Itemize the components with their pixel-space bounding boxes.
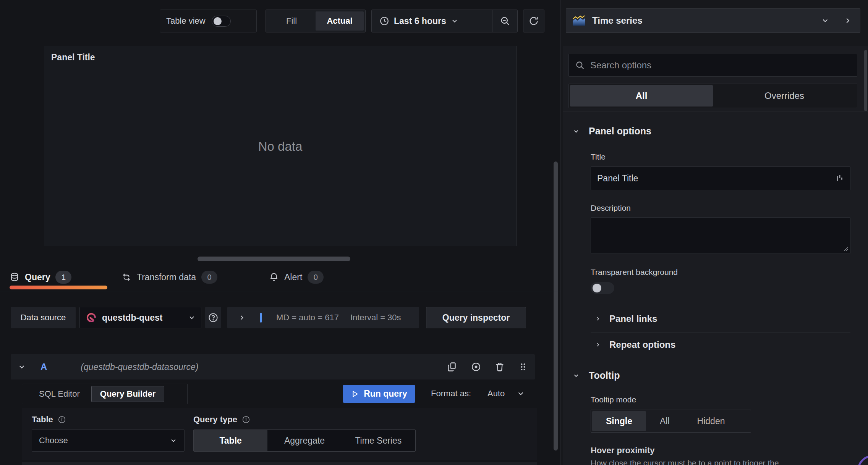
- vertical-scrollbar[interactable]: [554, 161, 558, 450]
- time-series-viz-icon: [572, 15, 586, 27]
- query-options-bar[interactable]: MD = auto = 617 Interval = 30s: [227, 307, 419, 328]
- tooltip-mode-hidden[interactable]: Hidden: [683, 411, 739, 431]
- query-type-aggregate[interactable]: Aggregate: [267, 430, 341, 451]
- filter-overrides-tab[interactable]: Overrides: [713, 85, 856, 107]
- table-view-label: Table view: [166, 16, 206, 26]
- info-circle-icon: [242, 415, 250, 424]
- tab-alert-label: Alert: [284, 272, 302, 283]
- tab-alert[interactable]: Alert 0: [269, 265, 324, 289]
- zoom-out-time-button[interactable]: [492, 10, 517, 32]
- bell-icon: [269, 272, 279, 282]
- search-options-box: [568, 54, 857, 77]
- clock-icon: [379, 16, 389, 26]
- search-icon: [575, 60, 585, 70]
- hide-query-icon[interactable]: [471, 362, 481, 372]
- datasource-label: Data source: [11, 307, 76, 328]
- resize-handle-icon[interactable]: [842, 246, 849, 252]
- chevron-down-icon: [18, 363, 26, 371]
- collapse-options-pane-button[interactable]: [835, 9, 860, 32]
- table-select-value: Choose: [39, 436, 170, 446]
- run-query-button[interactable]: Run query: [343, 385, 415, 403]
- time-range-button[interactable]: Last 6 hours: [372, 10, 492, 32]
- chevron-down-icon: [451, 17, 458, 25]
- query-builder-form: Table Query type Choose Table Aggregate …: [22, 408, 537, 460]
- chevron-right-icon: [595, 342, 601, 348]
- toggle-knob: [214, 17, 222, 25]
- datasource-name: questdb-quest: [102, 313, 183, 323]
- format-as-value[interactable]: Auto: [487, 389, 505, 399]
- chevron-down-icon: [821, 16, 829, 25]
- chevron-right-icon: [595, 316, 601, 322]
- question-circle-icon: [208, 312, 219, 323]
- repeat-options-section-header[interactable]: Repeat options: [595, 339, 675, 350]
- tooltip-mode-single[interactable]: Single: [592, 411, 646, 431]
- query-type-table[interactable]: Table: [194, 430, 267, 451]
- visualization-picker-button[interactable]: Time series: [566, 9, 835, 32]
- tab-transform-data[interactable]: Transform data 0: [121, 265, 217, 289]
- panel-links-section-header[interactable]: Panel links: [595, 313, 657, 324]
- info-circle-icon: [58, 415, 66, 424]
- drag-handle-icon[interactable]: [518, 362, 528, 372]
- query-ref-id: A: [40, 362, 47, 372]
- chevron-down-icon: [573, 128, 580, 135]
- panel-preview: Panel Title No data: [44, 46, 517, 246]
- description-field-label: Description: [591, 203, 631, 213]
- query-inspector-button[interactable]: Query inspector: [426, 307, 526, 328]
- toggle-knob: [593, 284, 601, 292]
- panel-links-label: Panel links: [609, 313, 657, 324]
- options-pane-scrollbar[interactable]: [864, 50, 867, 111]
- tab-transform-badge: 0: [201, 271, 217, 284]
- visualization-picker: Time series: [566, 8, 860, 33]
- tab-query-label: Query: [25, 272, 50, 283]
- database-icon: [10, 272, 19, 282]
- divider: [563, 361, 868, 361]
- panel-title-input[interactable]: [597, 173, 832, 184]
- visualization-name: Time series: [592, 15, 815, 26]
- table-view-toggle[interactable]: [212, 16, 231, 27]
- datasource-help-button[interactable]: [205, 307, 221, 328]
- query-builder-option[interactable]: Query Builder: [91, 386, 164, 402]
- horizontal-scrollbar[interactable]: [198, 257, 350, 261]
- tab-alert-badge: 0: [308, 271, 324, 284]
- options-pane: All Overrides Panel options Title Descri…: [563, 47, 868, 465]
- panel-editor-screen: Table view Fill Actual Last 6 hours Pane: [0, 0, 868, 465]
- filter-all-tab[interactable]: All: [570, 85, 713, 107]
- table-select[interactable]: Choose: [32, 429, 185, 452]
- chevron-down-icon: [573, 372, 580, 379]
- query-row-header[interactable]: A (questdb-questdb-datasource): [11, 354, 535, 379]
- actual-option[interactable]: Actual: [316, 11, 364, 31]
- questdb-logo-icon: [85, 312, 97, 324]
- datasource-picker[interactable]: questdb-quest: [79, 307, 201, 328]
- run-query-label: Run query: [364, 389, 407, 399]
- query-type-time-series[interactable]: Time Series: [342, 430, 415, 451]
- active-tab-underline: [10, 286, 107, 289]
- divider: [563, 111, 868, 111]
- divider: [591, 306, 850, 306]
- interval-text: Interval = 30s: [350, 313, 401, 323]
- tooltip-mode-label: Tooltip mode: [591, 395, 636, 404]
- chevron-down-icon: [170, 437, 177, 444]
- title-field-label: Title: [591, 152, 606, 161]
- panel-description-textarea[interactable]: [591, 217, 850, 254]
- transparent-background-toggle[interactable]: [591, 282, 614, 294]
- time-range-picker: Last 6 hours: [371, 10, 518, 32]
- duplicate-query-icon[interactable]: [447, 362, 458, 372]
- tooltip-mode-all[interactable]: All: [646, 411, 683, 431]
- delete-query-icon[interactable]: [494, 362, 505, 372]
- tooltip-section-header[interactable]: Tooltip: [573, 370, 620, 381]
- options-sidebar: Time series All Overrides: [560, 0, 868, 465]
- chevron-right-icon: [844, 16, 852, 25]
- sql-editor-option[interactable]: SQL Editor: [39, 389, 80, 399]
- refresh-button[interactable]: [523, 10, 544, 32]
- query-type-segmented: Table Aggregate Time Series: [193, 429, 416, 452]
- panel-size-segmented: Fill Actual: [266, 10, 366, 32]
- fill-option[interactable]: Fill: [267, 11, 316, 31]
- suggestions-bars-icon[interactable]: [836, 174, 844, 183]
- panel-options-heading: Panel options: [589, 126, 651, 137]
- search-options-input[interactable]: [590, 60, 851, 71]
- chevron-down-icon[interactable]: [517, 389, 525, 398]
- transform-icon: [121, 272, 131, 282]
- loading-indicator-sliver: [260, 313, 262, 323]
- panel-options-section-header[interactable]: Panel options: [573, 126, 651, 137]
- tooltip-mode-segmented: Single All Hidden: [591, 410, 751, 433]
